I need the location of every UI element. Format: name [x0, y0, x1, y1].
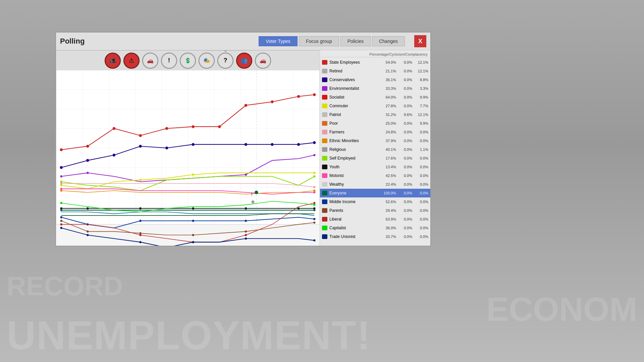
svg-point-43: [245, 207, 247, 209]
voter-stat-15-1: 0.0%: [400, 191, 412, 195]
svg-point-16: [139, 145, 142, 147]
svg-point-42: [192, 207, 194, 209]
svg-text:⊕: ⊕: [251, 200, 255, 204]
voter-color-1: [322, 69, 327, 73]
voter-row-everyone[interactable]: Everyone100.0%0.0%0.0%: [320, 189, 430, 197]
voter-row-liberal[interactable]: Liberal63.9%0.0%0.0%: [320, 215, 430, 224]
voter-row-farmers[interactable]: Farmers24.8%0.0%0.0%: [320, 128, 430, 136]
voter-stat-2-0: 36.1%: [384, 78, 396, 82]
voter-stat-11-2: 0.0%: [416, 156, 428, 160]
voter-row-state-employees[interactable]: State Employees54.0%0.0%12.1%: [320, 58, 430, 67]
svg-point-40: [87, 207, 89, 209]
svg-point-19: [245, 143, 247, 146]
tab-changes[interactable]: Changes: [372, 36, 405, 46]
svg-point-31: [192, 174, 194, 176]
voter-stat-7-0: 25.0%: [384, 121, 396, 125]
voter-stat-8-1: 0.0%: [400, 130, 412, 134]
voter-stat-1-1: 0.0%: [400, 69, 412, 73]
voter-row-conservatives[interactable]: Conservatives36.1%0.0%8.8%: [320, 75, 430, 84]
voter-stats-20: 33.7%0.0%0.0%: [384, 235, 428, 239]
voter-stat-2-1: 0.0%: [400, 78, 412, 82]
voter-row-poor[interactable]: Poor25.0%0.0%9.9%: [320, 119, 430, 128]
svg-point-53: [313, 218, 315, 220]
voter-row-self-employed[interactable]: Self Employed17.6%0.0%0.0%: [320, 154, 430, 163]
voter-row-wealthy[interactable]: Wealthy22.4%0.0%0.0%: [320, 180, 430, 189]
policy-icon-4[interactable]: !: [161, 53, 177, 69]
svg-point-6: [165, 127, 168, 130]
policy-icon-1[interactable]: 🎩: [105, 53, 121, 69]
voter-stat-0-0: 54.0%: [384, 60, 396, 64]
voter-row-environmentalist[interactable]: Environmentalist33.3%0.0%3.3%: [320, 84, 430, 93]
voter-row-ethnic-minorities[interactable]: Ethnic Minorities37.9%0.0%0.0%: [320, 136, 430, 145]
voter-row-retired[interactable]: Retired21.1%0.0%12.1%: [320, 67, 430, 75]
voter-color-10: [322, 147, 327, 152]
voter-row-commuter[interactable]: Commuter27.8%0.0%7.7%: [320, 102, 430, 110]
svg-point-69: [139, 241, 141, 243]
voter-color-3: [322, 86, 327, 91]
voter-row-motorist[interactable]: Motorist42.5%0.0%0.0%: [320, 171, 430, 180]
svg-point-54: [60, 220, 62, 222]
svg-point-71: [192, 241, 194, 243]
voter-color-20: [322, 234, 327, 239]
voter-row-capitalist[interactable]: Capitalist36.0%0.0%0.0%: [320, 224, 430, 232]
policy-icon-2[interactable]: ⚠: [123, 53, 140, 69]
voter-row-middle-income[interactable]: Middle Income52.6%0.0%0.0%: [320, 197, 430, 206]
svg-point-9: [245, 104, 247, 107]
policy-icon-7[interactable]: ? Childcare Provision: [217, 53, 233, 69]
childcare-tooltip: Childcare Provision: [205, 50, 246, 51]
background-text-area: UNEMPLOYMENT!: [0, 228, 644, 362]
chart-area: ! ⊕ 🎩 ⚠ 🚗 ! 💲: [56, 50, 320, 246]
tab-policies[interactable]: Policies: [340, 36, 371, 46]
policy-icon-9[interactable]: 🚗: [255, 53, 271, 69]
policy-icon-8[interactable]: 👥: [236, 53, 252, 69]
voter-stats-5: 27.8%0.0%7.7%: [384, 104, 428, 108]
modal-tabs: Voter Types Focus group Policies Changes: [259, 36, 405, 46]
voter-name-4: Socialist: [329, 95, 384, 100]
voter-list: State Employees54.0%0.0%12.1%Retired21.1…: [320, 58, 430, 241]
voter-stats-6: 31.2%9.6%12.1%: [384, 113, 428, 117]
voter-stat-12-0: 13.4%: [384, 165, 396, 169]
policy-icon-7-symbol: ?: [224, 57, 227, 64]
svg-point-38: [313, 190, 315, 192]
tab-voter-types[interactable]: Voter Types: [259, 36, 298, 46]
voter-stat-6-1: 9.6%: [400, 113, 412, 117]
bg-big-text: UNEMPLOYMENT!: [7, 315, 371, 355]
svg-text:!: !: [251, 192, 253, 197]
policy-icon-3-symbol: 🚗: [147, 57, 154, 64]
svg-point-7: [192, 125, 195, 128]
voter-color-16: [322, 199, 327, 204]
svg-point-73: [313, 239, 315, 241]
policy-icon-6[interactable]: 🎭: [199, 53, 215, 69]
voter-color-13: [322, 173, 327, 178]
voter-color-9: [322, 138, 327, 143]
voter-stat-7-1: 0.0%: [400, 121, 412, 125]
voter-stat-8-2: 0.0%: [416, 130, 428, 134]
tab-focus-group[interactable]: Focus group: [299, 36, 339, 46]
policy-icon-3[interactable]: 🚗: [142, 53, 158, 69]
tooltip-arrow: [223, 50, 227, 52]
voter-row-parents[interactable]: Parents29.4%0.0%0.0%: [320, 206, 430, 215]
svg-point-33: [60, 182, 62, 184]
policy-icon-1-symbol: 🎩: [109, 57, 116, 64]
voter-row-religious[interactable]: Religious40.1%0.0%1.1%: [320, 145, 430, 154]
voter-name-10: Religious: [329, 147, 384, 152]
svg-point-68: [87, 234, 89, 236]
svg-point-63: [245, 234, 247, 236]
voter-row-socialist[interactable]: Socialist64.0%0.0%9.9%: [320, 93, 430, 102]
voter-row-trade-unionist[interactable]: Trade Unionist33.7%0.0%0.0%: [320, 232, 430, 241]
svg-point-22: [313, 141, 316, 144]
svg-point-57: [192, 234, 194, 236]
svg-point-46: [60, 209, 62, 211]
voter-row-patriot[interactable]: Patriot31.2%9.6%12.1%: [320, 110, 430, 119]
voter-name-6: Patriot: [329, 112, 384, 117]
voter-name-11: Self Employed: [329, 156, 384, 161]
voter-stat-4-2: 9.9%: [416, 95, 428, 99]
voter-name-12: Youth: [329, 165, 384, 169]
svg-point-12: [313, 93, 316, 96]
policy-icon-5[interactable]: 💲: [180, 53, 196, 69]
voter-row-youth[interactable]: Youth13.4%0.0%0.0%: [320, 163, 430, 171]
voter-stat-5-2: 7.7%: [416, 104, 428, 108]
voter-name-18: Liberal: [329, 217, 384, 222]
voter-stat-9-2: 0.0%: [416, 139, 428, 143]
close-button[interactable]: X: [414, 35, 426, 47]
